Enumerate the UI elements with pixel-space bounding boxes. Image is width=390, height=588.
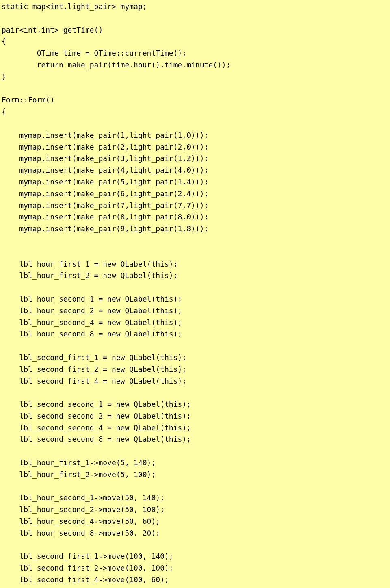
code-line: lbl_second_first_2 = new QLabel(this); — [2, 364, 388, 375]
code-line: lbl_second_second_1 = new QLabel(this); — [2, 399, 388, 410]
code-line — [2, 118, 388, 130]
code-line: lbl_second_first_4->move(100, 60); — [2, 574, 388, 586]
code-line: mymap.insert(make_pair(1,light_pair(1,0)… — [2, 130, 388, 141]
code-line: Form::Form() — [2, 94, 388, 106]
code-line: mymap.insert(make_pair(9,light_pair(1,8)… — [2, 223, 388, 235]
code-line — [2, 481, 388, 493]
code-line: mymap.insert(make_pair(6,light_pair(2,4)… — [2, 188, 388, 200]
code-line: return make_pair(time.hour(),time.minute… — [2, 59, 388, 71]
code-line: lbl_second_second_4 = new QLabel(this); — [2, 422, 388, 434]
code-line: lbl_hour_first_2->move(5, 100); — [2, 469, 388, 481]
code-line: lbl_hour_first_1 = new QLabel(this); — [2, 258, 388, 270]
code-block: static map<int,light_pair> mymap;pair<in… — [0, 0, 390, 588]
code-line — [2, 340, 388, 352]
code-line — [2, 13, 388, 24]
code-line: mymap.insert(make_pair(5,light_pair(1,4)… — [2, 176, 388, 188]
code-line — [2, 282, 388, 293]
code-line: { — [2, 36, 388, 48]
code-line — [2, 586, 388, 588]
code-line: mymap.insert(make_pair(2,light_pair(2,0)… — [2, 141, 388, 153]
code-line: lbl_second_second_8 = new QLabel(this); — [2, 434, 388, 445]
code-line: lbl_second_first_4 = new QLabel(this); — [2, 375, 388, 387]
code-line: lbl_hour_second_8 = new QLabel(this); — [2, 328, 388, 340]
code-line: lbl_hour_second_1 = new QLabel(this); — [2, 293, 388, 305]
code-line — [2, 235, 388, 247]
code-line: pair<int,int> getTime() — [2, 24, 388, 36]
code-line — [2, 247, 388, 258]
code-line — [2, 539, 388, 551]
code-line: lbl_hour_first_2 = new QLabel(this); — [2, 270, 388, 282]
code-line: mymap.insert(make_pair(3,light_pair(1,2)… — [2, 153, 388, 165]
code-line: lbl_hour_second_1->move(50, 140); — [2, 492, 388, 504]
code-line — [2, 445, 388, 457]
code-line: static map<int,light_pair> mymap; — [2, 1, 388, 13]
code-line: mymap.insert(make_pair(7,light_pair(7,7)… — [2, 200, 388, 212]
code-line: lbl_hour_first_1->move(5, 140); — [2, 457, 388, 469]
code-line: lbl_hour_second_2 = new QLabel(this); — [2, 305, 388, 317]
code-line: lbl_second_first_2->move(100, 100); — [2, 562, 388, 574]
code-line: lbl_second_first_1->move(100, 140); — [2, 551, 388, 562]
code-line: } — [2, 71, 388, 83]
code-line: mymap.insert(make_pair(8,light_pair(8,0)… — [2, 211, 388, 223]
code-line — [2, 83, 388, 95]
code-line: lbl_hour_second_4->move(50, 60); — [2, 516, 388, 527]
code-line: lbl_hour_second_8->move(50, 20); — [2, 527, 388, 539]
code-line: lbl_hour_second_4 = new QLabel(this); — [2, 317, 388, 329]
code-line: lbl_second_first_1 = new QLabel(this); — [2, 352, 388, 364]
code-line: lbl_second_second_2 = new QLabel(this); — [2, 410, 388, 422]
code-line: QTime time = QTime::currentTime(); — [2, 48, 388, 59]
code-line: lbl_hour_second_2->move(50, 100); — [2, 504, 388, 516]
code-line: { — [2, 106, 388, 118]
code-line: mymap.insert(make_pair(4,light_pair(4,0)… — [2, 165, 388, 176]
code-line — [2, 387, 388, 399]
